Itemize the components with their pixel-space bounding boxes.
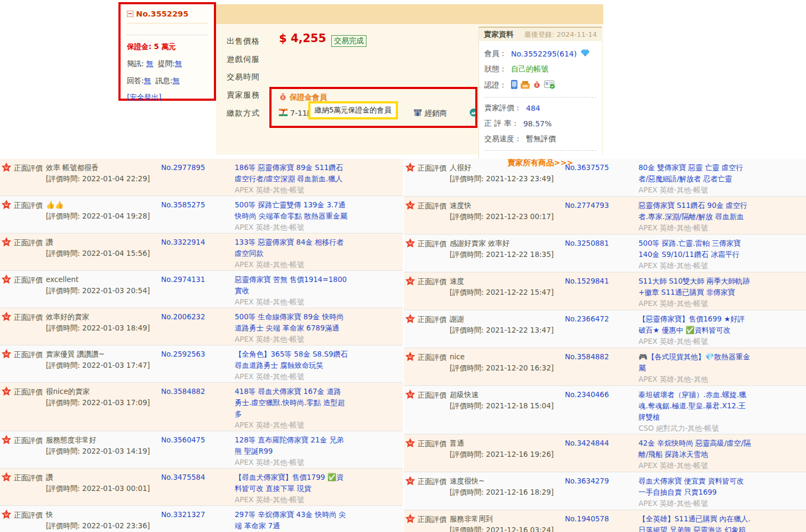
review-product-desc-link[interactable]: 惡靈傳家寶 S11鑽石 90金 虛空行者.專家.深淵/隔離/解放 尋血新血 [639,200,752,222]
review-product-no-link[interactable]: No.3584882 [161,387,205,396]
review-product-category: APEX 英雄-其他-其他 [639,374,752,385]
review-row: 正面評價 人很好 [評價時間: 2021-12-23 23:49] No.363… [404,159,806,197]
review-time: [評價時間: 2021-12-16 03:24] [450,525,565,532]
review-product-no-link[interactable]: No.3475584 [161,473,205,481]
positive-star-icon [1,509,12,520]
review-product-no-link[interactable]: No.2774793 [565,201,609,209]
review-product-no-link[interactable]: No.3560475 [161,436,205,444]
review-comment: 快 [46,509,161,520]
review-product-desc-link[interactable]: 186等 惡靈傳家寶 89金 S11鑽石 虛空行者/虛空深淵 尋血新血.獵人 [235,162,348,184]
review-comment: 速度 [450,276,565,287]
seller-service-label: 賣家服務 [227,90,260,100]
review-product-desc-link[interactable]: 🎮【各式現貨其他】💎散熱器重金屬 [639,351,752,374]
positive-star-icon [405,438,416,448]
review-product-desc-link[interactable]: 133等 惡靈傳家寶 84金 相移行者 虛空同款 [235,237,348,259]
review-product-desc-link[interactable]: S11大師 S10雙大師 兩季大師軌跡+徽章 S11通已購買 非傳家寶 [639,276,752,298]
review-product-desc-link[interactable]: 418等 尋血犬傳家寶 167金 道路勇士.虛空獵獸.快時尚.零點 造型超多 [235,386,348,420]
review-time: [評價時間: 2022-01-04 19:28] [46,211,161,222]
seven-eleven-icon: 7 [279,108,288,118]
positive-star-icon [405,276,416,286]
message-link[interactable]: 無 [172,76,180,85]
review-type-label: 正面評價 [418,352,446,362]
review-product-no-link[interactable]: No.3585275 [161,200,205,209]
review-product-no-link[interactable]: No.1940578 [565,514,609,523]
review-row: 正面評價 效率好的賣家 [評價時間: 2022-01-03 18:49] No.… [0,308,403,345]
review-comment: nice [450,351,565,362]
review-product-no-link[interactable]: No.2977895 [161,163,205,172]
review-product-no-link[interactable]: No.2006232 [161,312,205,321]
review-product-desc-link[interactable]: 297等 辛烷傳家寶 43金 快時尚 尖端 革命家 7通 [235,509,348,531]
review-time: [評價時間: 2021-12-23 00:17] [450,211,565,222]
review-time: [評價時間: 2021-12-23 23:49] [450,173,565,184]
positive-star-icon [405,513,416,524]
review-product-no-link[interactable]: No.2974131 [161,275,205,284]
review-product-desc-link[interactable]: 【全英雄】S11通已購買 內在獵人.日落絕望 兄弟熊 惡靈海盜 幻象暗 [639,513,752,532]
review-product-category: APEX 英雄-其他-帳號 [639,460,752,471]
review-time: [評價時間: 2021-12-22 13:47] [450,325,565,336]
review-product-no-link[interactable]: No.2592563 [161,350,205,358]
review-product-category: APEX 英雄-其他-帳號 [235,222,348,233]
sms-link[interactable]: 無 [146,59,154,68]
user-member-no: No.3552295 [136,10,188,18]
rating-label: 賣家評價： [484,103,522,113]
review-product-desc-link[interactable]: 42金 辛烷快時尚 惡靈高級/虛空/隔離/飛船 探路冰天雪地 [639,438,752,460]
review-type-label: 正面評價 [14,472,43,483]
cert-label: 認證： [484,80,507,90]
review-comment: 賣家優質 讚讚讚~ [46,349,161,360]
review-product-desc-link[interactable]: 泰坦破壞者（穿牆）.赤血.螺旋.獵魂.奪魂鋸.極道.聖皇.暴君.X12.王牌雙槍 [639,389,752,423]
review-row: 正面評價 普通 [評價時間: 2021-12-16 19:26] No.3424… [404,434,806,472]
diamond-icon [581,50,589,58]
positive-star-icon [405,475,416,486]
positive-star-icon [405,200,416,211]
review-product-desc-link[interactable]: 500等 探路.亡靈.雷帕 三傳家寶 140金 S9/10/11鑽石 冰霜平行 [639,238,752,260]
seller-panel-title: 賣家資料 [484,28,514,41]
seller-all-products-link[interactable]: 賣家所有商品>>> [507,158,573,167]
seller-member-no-link[interactable]: No.3552295(614) [511,50,577,58]
divider [484,97,596,98]
review-product-no-link[interactable]: No.3584882 [565,352,609,361]
review-time: [評價時間: 2022-01-03 00:01] [46,483,161,494]
review-product-no-link[interactable]: No.3321327 [161,510,205,519]
review-product-no-link[interactable]: No.3634279 [565,477,609,485]
positive-star-icon [1,237,12,247]
transaction-complete-badge: 交易完成 [331,35,366,47]
review-product-no-link[interactable]: No.3250881 [565,239,609,247]
review-product-no-link[interactable]: No.1529841 [565,277,609,285]
review-product-category: CSO 絕對武力-其他-帳號 [639,423,752,434]
review-product-desc-link[interactable]: 80金 雙傳家寶 惡靈 亡靈 虛空行者/惡魔細語/解放者 忍者亡靈 [639,162,752,184]
collapse-icon[interactable]: − [127,11,133,17]
review-time: [評價時間: 2022-01-04 15:56] [46,248,161,259]
review-product-desc-link[interactable]: 尋血犬傳家寶 便宜賣 資料皆可改 一手自抽自賣 只賣1699 [639,475,752,498]
last-login: 最後登錄: 2024-11-14 [524,28,597,41]
review-comment: 速度快 [450,200,565,211]
review-product-category: APEX 英雄-其他-帳號 [639,336,752,347]
id-card-cert-icon [544,80,555,91]
review-type-label: 正面評價 [418,238,446,249]
reply-link[interactable]: 無 [144,76,151,85]
positive-star-icon [1,311,12,322]
review-product-no-link[interactable]: No.3322914 [161,238,205,246]
user-box-header: − No.3552295 [127,9,208,23]
review-product-desc-link[interactable]: 128等 直布羅陀傳家寶 21金 兄弟熊 聖誕R99 [235,434,348,457]
safe-logout-link[interactable]: [安全登出] [127,93,162,101]
review-product-no-link[interactable]: No.2366472 [565,315,609,323]
review-product-desc-link[interactable]: 惡靈傳家寶 苦無 售價1914=1800實收 [235,274,348,296]
review-product-category: APEX 英雄-其他-帳號 [639,498,752,509]
review-product-no-link[interactable]: No.3424844 [565,439,609,447]
review-product-no-link[interactable]: No.2340466 [565,390,609,399]
positive-star-icon [405,313,416,324]
review-comment: 速度很快~ [450,475,565,487]
review-comment: 讚 [46,472,161,483]
review-row: 正面評價 excellent [評價時間: 2022-01-03 20:54] … [0,271,403,308]
review-comment: 謝謝 [450,313,565,325]
question-link[interactable]: 無 [175,59,182,68]
review-product-desc-link[interactable]: 【尋血犬傳家寶】售價1799 ✅資料皆可改 直接下單 現貨 [235,472,348,494]
money-bag-icon: $ [279,93,287,102]
review-product-desc-link[interactable]: 【惡靈傳家寶】售價1699 ★好評破百★ 優惠中 ✅資料皆可改 [639,313,752,336]
review-product-desc-link[interactable]: 【全角色】365等 58金 S8.S9鑽石 尋血道路勇士 腐蝕致命玩笑 [235,349,348,371]
review-product-category: APEX 英雄-其他-帳號 [639,298,752,309]
review-time: [評價時間: 2022-01-03 17:47] [46,360,161,371]
review-product-desc-link[interactable]: 500等 探路亡靈雙傳 139金 3.7通 快時尚 尖端革命零點 散熱器重金屬 [235,199,348,222]
seller-rating-link[interactable]: 484 [526,104,540,112]
review-product-desc-link[interactable]: 500等 生命線傳家寶 89金 快時尚 道路勇士 尖端 革命家 6789滿通 [235,311,348,334]
